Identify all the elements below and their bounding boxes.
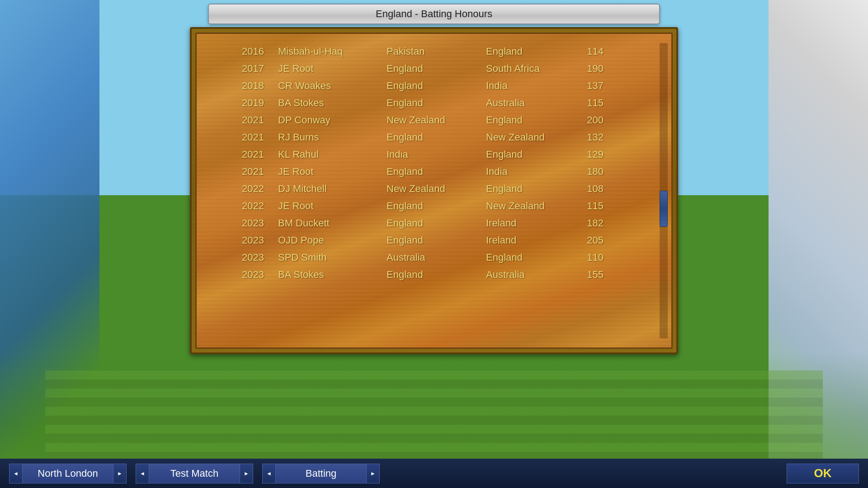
cell-score: 182	[587, 217, 604, 229]
cell-team1: England	[387, 235, 423, 246]
cell-team2: New Zealand	[486, 200, 545, 211]
cell-player: JE Root	[278, 166, 313, 177]
cell-team1: England	[387, 200, 423, 211]
cell-score: 132	[587, 131, 604, 143]
category-label[interactable]: Batting	[276, 464, 366, 483]
wood-panel-outer: 2016 Misbah-ul-Haq Pakistan England 114 …	[190, 27, 678, 354]
match-type-label[interactable]: Test Match	[149, 464, 240, 483]
cell-score: 114	[587, 46, 604, 57]
cell-year: 2019	[242, 97, 264, 108]
cell-team2: Australia	[486, 97, 525, 108]
table-row: 2023 OJD Pope England Ireland 205	[215, 232, 653, 249]
cell-score: 200	[587, 114, 604, 126]
cell-score: 137	[587, 80, 604, 91]
venue-arrow-left[interactable]: ◄	[9, 464, 23, 483]
cell-team1: England	[387, 63, 423, 74]
cell-score: 129	[587, 149, 604, 160]
cell-team1: Australia	[387, 252, 425, 263]
cell-team2: South Africa	[486, 63, 540, 74]
table-row: 2023 BA Stokes England Australia 155	[215, 266, 653, 283]
cell-year: 2021	[242, 114, 264, 126]
cell-player: CR Woakes	[278, 80, 331, 91]
cell-player: JE Root	[278, 63, 313, 74]
table-row: 2021 RJ Burns England New Zealand 132	[215, 129, 653, 146]
cell-player: DP Conway	[278, 114, 330, 126]
wood-panel-inner: 2016 Misbah-ul-Haq Pakistan England 114 …	[195, 33, 673, 349]
category-dropdown: ◄ Batting ►	[262, 464, 380, 483]
page-title: England - Batting Honours	[376, 8, 492, 19]
cell-player: RJ Burns	[278, 131, 319, 143]
table-row: 2023 SPD Smith Australia England 110	[215, 249, 653, 266]
cell-year: 2022	[242, 183, 264, 194]
cell-player: SPD Smith	[278, 252, 327, 263]
cell-player: BA Stokes	[278, 269, 324, 280]
scroll-track	[660, 43, 668, 338]
cell-year: 2021	[242, 166, 264, 177]
table-row: 2022 JE Root England New Zealand 115	[215, 197, 653, 215]
cell-team2: India	[486, 166, 508, 177]
cell-year: 2023	[242, 252, 264, 263]
cell-year: 2023	[242, 269, 264, 280]
cell-year: 2018	[242, 80, 264, 91]
table-row: 2021 JE Root England India 180	[215, 163, 653, 180]
cell-year: 2023	[242, 235, 264, 246]
cell-year: 2021	[242, 131, 264, 143]
main-container: England - Batting Honours 2016 Misbah-ul…	[0, 0, 868, 488]
honours-table: 2016 Misbah-ul-Haq Pakistan England 114 …	[197, 43, 671, 283]
cell-year: 2017	[242, 63, 264, 74]
cell-score: 180	[587, 166, 604, 177]
title-bar: England - Batting Honours	[208, 4, 660, 24]
table-row: 2019 BA Stokes England Australia 115	[215, 94, 653, 112]
cell-year: 2022	[242, 200, 264, 211]
cell-score: 110	[587, 252, 604, 263]
category-arrow-right[interactable]: ►	[366, 464, 380, 483]
cell-team2: England	[486, 252, 523, 263]
cell-player: DJ Mitchell	[278, 183, 327, 194]
cell-team1: England	[387, 166, 423, 177]
venue-dropdown: ◄ North London ►	[9, 464, 127, 483]
venue-arrow-right[interactable]: ►	[113, 464, 127, 483]
bottom-bar: ◄ North London ► ◄ Test Match ► ◄ Battin…	[0, 459, 868, 488]
cell-player: Misbah-ul-Haq	[278, 46, 343, 57]
cell-team1: England	[387, 80, 423, 91]
match-arrow-left[interactable]: ◄	[136, 464, 149, 483]
table-row: 2021 KL Rahul India England 129	[215, 146, 653, 163]
table-row: 2022 DJ Mitchell New Zealand England 108	[215, 180, 653, 197]
table-row: 2021 DP Conway New Zealand England 200	[215, 112, 653, 129]
cell-score: 155	[587, 269, 604, 280]
cell-team2: New Zealand	[486, 131, 545, 143]
cell-team2: Ireland	[486, 235, 516, 246]
match-arrow-right[interactable]: ►	[240, 464, 253, 483]
table-row: 2016 Misbah-ul-Haq Pakistan England 114	[215, 43, 653, 60]
table-row: 2018 CR Woakes England India 137	[215, 77, 653, 94]
cell-team1: England	[387, 269, 423, 280]
cell-score: 108	[587, 183, 604, 194]
cell-team2: England	[486, 149, 523, 160]
cell-team2: England	[486, 114, 523, 126]
cell-team1: England	[387, 97, 423, 108]
table-row: 2023 BM Duckett England Ireland 182	[215, 215, 653, 232]
table-row: 2017 JE Root England South Africa 190	[215, 60, 653, 77]
cell-year: 2016	[242, 46, 264, 57]
cell-year: 2021	[242, 149, 264, 160]
cell-team1: New Zealand	[387, 183, 445, 194]
scroll-thumb[interactable]	[660, 191, 668, 227]
match-type-dropdown: ◄ Test Match ►	[136, 464, 253, 483]
cell-team2: England	[486, 183, 523, 194]
cell-score: 115	[587, 200, 604, 211]
category-arrow-left[interactable]: ◄	[262, 464, 276, 483]
cell-team1: England	[387, 217, 423, 229]
cell-team2: Ireland	[486, 217, 516, 229]
cell-team1: India	[387, 149, 408, 160]
ok-button[interactable]: OK	[787, 464, 859, 483]
cell-player: KL Rahul	[278, 149, 319, 160]
cell-team2: England	[486, 46, 523, 57]
cell-player: JE Root	[278, 200, 313, 211]
cell-team2: Australia	[486, 269, 525, 280]
cell-team1: England	[387, 131, 423, 143]
cell-score: 115	[587, 97, 604, 108]
venue-label[interactable]: North London	[23, 464, 113, 483]
cell-score: 190	[587, 63, 604, 74]
cell-year: 2023	[242, 217, 264, 229]
cell-player: BA Stokes	[278, 97, 324, 108]
